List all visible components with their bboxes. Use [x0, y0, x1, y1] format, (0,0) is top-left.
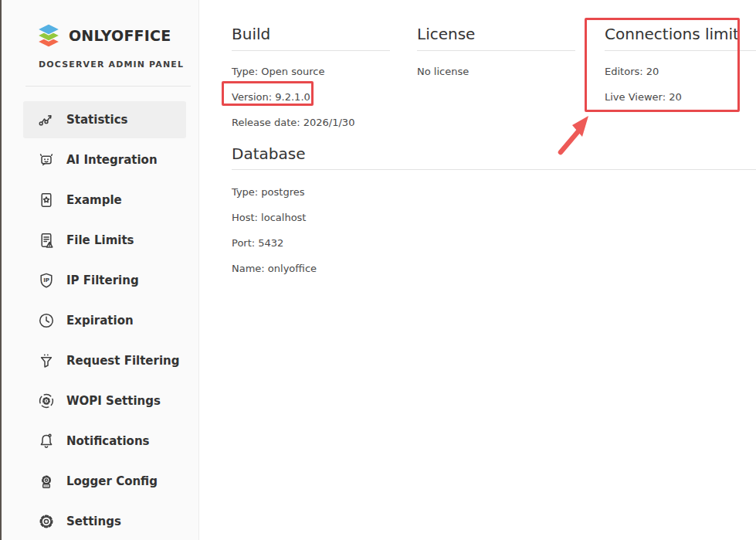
build-info-row: Type: Open source [232, 66, 390, 78]
database-info-row: Host: localhost [232, 212, 756, 224]
statistics-icon [37, 110, 56, 129]
sidebar-item-label: WOPI Settings [66, 394, 161, 408]
build-title: Build [232, 23, 390, 51]
license-rows: No license [417, 66, 575, 78]
database-info-row: Port: 5432 [232, 237, 756, 250]
request-filtering-icon [37, 352, 56, 370]
sidebar-item-label: Expiration [66, 314, 134, 328]
database-info-row: Name: onlyoffice [232, 263, 756, 275]
panel-subtitle: DOCSERVER ADMIN PANEL [39, 59, 184, 70]
sidebar-item-ip-filtering[interactable]: IPIP Filtering [0, 260, 198, 301]
settings-icon [37, 512, 56, 531]
sidebar-item-file-limits[interactable]: File Limits [0, 220, 198, 260]
logo: ONLYOFFICE [36, 20, 171, 51]
brand-name: ONLYOFFICE [69, 27, 171, 44]
onlyoffice-logo-icon [36, 20, 62, 51]
sidebar-item-expiration[interactable]: Expiration [0, 301, 198, 341]
connections-info-row: Editors: 20 [605, 66, 756, 78]
sidebar-item-request-filtering[interactable]: Request Filtering [0, 341, 198, 381]
sidebar-item-ai-integration[interactable]: AI Integration [0, 140, 198, 180]
build-info-row: Version: 9.2.1.0 [232, 91, 390, 104]
logger-config-icon [37, 472, 56, 491]
sidebar-nav: StatisticsAI IntegrationExampleFile Limi… [0, 100, 198, 540]
database-info-row: Type: postgres [232, 186, 756, 199]
sidebar-item-label: Notifications [66, 434, 150, 448]
sidebar-item-label: Settings [66, 515, 121, 528]
sidebar-item-settings[interactable]: Settings [0, 501, 198, 540]
svg-text:IP: IP [43, 277, 49, 284]
notifications-icon [37, 432, 56, 450]
license-title: License [417, 23, 575, 51]
sidebar-item-label: Request Filtering [66, 354, 179, 368]
file-limits-icon [37, 231, 56, 250]
connections-limit-title: Connections limit [605, 23, 756, 51]
section-database: Database Type: postgresHost: localhostPo… [232, 143, 756, 275]
sidebar-item-example[interactable]: Example [0, 180, 198, 220]
ai-integration-icon [37, 151, 56, 169]
expiration-icon [37, 311, 56, 330]
build-rows: Type: Open sourceVersion: 9.2.1.0Release… [232, 66, 390, 129]
section-build: Build Type: Open sourceVersion: 9.2.1.0R… [232, 23, 390, 129]
sidebar: ONLYOFFICE DOCSERVER ADMIN PANEL Statist… [0, 0, 199, 540]
sidebar-item-label: File Limits [66, 233, 134, 247]
sidebar-divider [25, 86, 191, 87]
sidebar-item-logger-config[interactable]: Logger Config [0, 461, 198, 501]
section-connections-limit: Connections limit Editors: 20Live Viewer… [605, 23, 756, 104]
example-icon [37, 191, 56, 209]
section-license: License No license [417, 23, 575, 78]
database-rows: Type: postgresHost: localhostPort: 5432N… [232, 186, 756, 275]
build-info-row: Release date: 2026/1/30 [232, 117, 390, 129]
main-content: Build Type: Open sourceVersion: 9.2.1.0R… [199, 0, 756, 540]
connections-limit-rows: Editors: 20Live Viewer: 20 [605, 66, 756, 104]
sidebar-item-label: Statistics [66, 113, 127, 127]
database-title: Database [232, 143, 756, 170]
wopi-settings-icon [37, 392, 56, 410]
license-info-row: No license [417, 66, 575, 78]
sidebar-item-wopi-settings[interactable]: WOPI Settings [0, 381, 198, 421]
sidebar-item-label: AI Integration [66, 153, 158, 167]
sidebar-item-statistics[interactable]: Statistics [0, 100, 198, 140]
sidebar-item-label: IP Filtering [66, 273, 139, 287]
sidebar-item-label: Example [66, 193, 122, 207]
ip-filtering-icon: IP [37, 271, 56, 290]
connections-info-row: Live Viewer: 20 [605, 91, 756, 104]
sidebar-item-notifications[interactable]: Notifications [0, 421, 198, 461]
sidebar-item-label: Logger Config [66, 474, 158, 488]
